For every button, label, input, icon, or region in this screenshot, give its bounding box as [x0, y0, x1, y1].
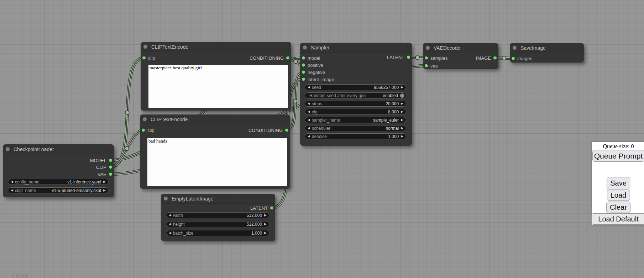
stepper-right-icon[interactable]: ▶ — [264, 223, 267, 226]
stepper-right-icon[interactable]: ▶ — [103, 189, 106, 192]
stepper-left-icon[interactable]: ◀ — [11, 189, 13, 192]
node-title: VAEDecode — [434, 45, 460, 51]
widget-cfg[interactable]: ◀ cfg 8.000 ▶ — [305, 109, 406, 115]
node-collapse-dot[interactable] — [513, 46, 517, 50]
stepper-right-icon[interactable]: ▶ — [401, 127, 403, 130]
widget-seed[interactable]: ◀ seed 8566257.000 ▶ — [305, 84, 406, 90]
stepper-left-icon[interactable]: ◀ — [308, 110, 310, 113]
stepper-right-icon[interactable]: ▶ — [264, 214, 267, 217]
node-graph-canvas[interactable]: CheckpointLoader MODEL CLIP VAE ◀ config… — [0, 0, 644, 278]
port-label: latent_image — [308, 77, 334, 82]
output-port-vae[interactable] — [109, 172, 112, 176]
widget-random-seed[interactable]: Random seed after every gen enabled — [305, 92, 406, 98]
node-header[interactable]: SaveImage — [510, 43, 584, 53]
output-port-conditioning[interactable] — [286, 56, 290, 60]
node-collapse-dot[interactable] — [303, 46, 307, 49]
node-title: Sampler — [311, 45, 329, 50]
widget-steps[interactable]: ◀ steps 20.000 ▶ — [305, 101, 406, 107]
node-sampler[interactable]: Sampler model positive negative latent_i… — [300, 43, 412, 146]
stepper-left-icon[interactable]: ◀ — [308, 102, 310, 105]
node-clip-text-encode-positive[interactable]: CLIPTextEncode clip CONDITIONING — [141, 42, 291, 111]
stepper-left-icon[interactable]: ◀ — [308, 127, 310, 130]
queue-prompt-button[interactable]: Queue Prompt — [592, 150, 644, 162]
port-label: images — [517, 56, 532, 61]
port-label: CONDITIONING — [250, 55, 284, 61]
port-label: LATENT — [250, 205, 268, 211]
output-port-clip[interactable] — [109, 165, 112, 169]
node-save-image[interactable]: SaveImage images — [510, 43, 584, 63]
node-collapse-dot[interactable] — [426, 46, 430, 50]
comfy-menu-panel: Queue size: 0 Queue Prompt Save Load Cle… — [592, 142, 644, 225]
queue-size-label: Queue size: 0 — [592, 143, 644, 150]
port-label: MODEL — [90, 158, 106, 163]
node-header[interactable]: VAEDecode — [423, 43, 498, 53]
output-port-image[interactable] — [493, 56, 497, 60]
stepper-left-icon[interactable]: ◀ — [308, 118, 310, 122]
input-port-negative[interactable] — [302, 70, 305, 74]
input-port-positive[interactable] — [302, 63, 305, 67]
widget-height[interactable]: ◀ height 512.000 ▶ — [166, 221, 269, 227]
node-header[interactable]: CLIPTextEncode — [140, 114, 290, 124]
clear-button[interactable]: Clear — [606, 202, 630, 213]
stepper-right-icon[interactable]: ▶ — [401, 135, 403, 138]
output-port-latent[interactable] — [270, 206, 274, 210]
node-clip-text-encode-negative[interactable]: CLIPTextEncode clip CONDITIONING — [140, 114, 290, 189]
stepper-right-icon[interactable]: ▶ — [103, 180, 106, 183]
widget-denoise[interactable]: ◀ denoise 1.000 ▶ — [305, 133, 406, 139]
node-checkpoint-loader[interactable]: CheckpointLoader MODEL CLIP VAE ◀ config… — [3, 144, 114, 197]
stepper-right-icon[interactable]: ▶ — [401, 110, 403, 113]
stepper-left-icon[interactable]: ◀ — [11, 180, 13, 183]
port-label: VAE — [98, 172, 106, 177]
node-collapse-dot[interactable] — [143, 45, 147, 49]
node-title: CLIPTextEncode — [151, 117, 188, 122]
node-empty-latent-image[interactable]: EmptyLatentImage LATENT ◀ width 512.000 … — [161, 194, 275, 241]
random-seed-toggle-icon[interactable] — [400, 93, 404, 98]
output-port-model[interactable] — [109, 159, 112, 162]
prompt-textarea[interactable] — [147, 138, 287, 186]
port-label: positive — [308, 63, 323, 68]
node-header[interactable]: EmptyLatentImage — [161, 194, 275, 204]
stepper-right-icon[interactable]: ▶ — [401, 86, 403, 89]
input-port-images[interactable] — [511, 57, 515, 60]
stepper-left-icon[interactable]: ◀ — [169, 231, 171, 235]
widget-scheduler[interactable]: ◀ scheduler normal ▶ — [305, 125, 406, 131]
port-label: LATENT — [387, 55, 404, 60]
stepper-right-icon[interactable]: ▶ — [401, 118, 403, 122]
widget-ckpt-name[interactable]: ◀ ckpt_name v1-5-pruned-emaonly.ckpt ▶ — [8, 187, 109, 193]
port-label: vae — [430, 63, 438, 69]
input-port-latent-image[interactable] — [302, 77, 305, 81]
port-label: IMAGE — [476, 55, 491, 61]
stepper-right-icon[interactable]: ▶ — [401, 102, 403, 105]
save-button[interactable]: Save — [607, 177, 630, 189]
node-header[interactable]: CLIPTextEncode — [141, 42, 291, 52]
input-port-vae[interactable] — [424, 64, 428, 68]
node-header[interactable]: Sampler — [300, 43, 412, 53]
stepper-left-icon[interactable]: ◀ — [169, 223, 171, 226]
node-collapse-dot[interactable] — [164, 197, 168, 201]
node-title: CLIPTextEncode — [151, 44, 188, 50]
prompt-textarea[interactable] — [148, 65, 288, 108]
stepper-right-icon[interactable]: ▶ — [264, 231, 267, 235]
stepper-left-icon[interactable]: ◀ — [308, 135, 310, 138]
stepper-left-icon[interactable]: ◀ — [308, 86, 310, 89]
node-vae-decode[interactable]: VAEDecode samples IMAGE vae — [423, 43, 498, 69]
output-port-latent[interactable] — [407, 55, 410, 59]
node-title: SaveImage — [520, 45, 546, 51]
load-default-button[interactable]: Load Default — [591, 213, 644, 225]
output-port-conditioning[interactable] — [285, 128, 289, 132]
render-time-label: T: 0.00s — [11, 273, 28, 278]
widget-width[interactable]: ◀ width 512.000 ▶ — [166, 212, 269, 218]
node-collapse-dot[interactable] — [6, 147, 10, 151]
node-title: EmptyLatentImage — [172, 196, 214, 202]
node-title: CheckpointLoader — [14, 146, 54, 152]
node-header[interactable]: CheckpointLoader — [3, 144, 114, 154]
port-label: CLIP — [96, 165, 106, 170]
port-label: negative — [308, 70, 325, 75]
node-collapse-dot[interactable] — [143, 117, 147, 121]
widget-batch-size[interactable]: ◀ batch_size 1.000 ▶ — [166, 230, 269, 236]
stepper-left-icon[interactable]: ◀ — [169, 214, 171, 217]
port-label: CONDITIONING — [248, 128, 283, 133]
widget-config-name[interactable]: ◀ config_name v1-inference.yaml ▶ — [8, 179, 109, 185]
load-button[interactable]: Load — [607, 189, 630, 201]
widget-sampler-name[interactable]: ◀ sampler_name sample_euler ▶ — [305, 117, 406, 123]
